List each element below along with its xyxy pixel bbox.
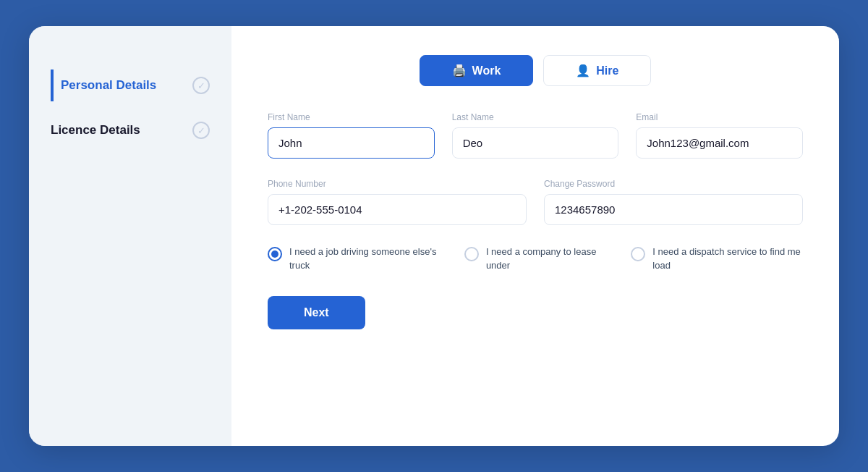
work-icon: 🖨️ (452, 64, 467, 77)
radio-option-2[interactable]: I need a company to lease under (464, 245, 608, 273)
main-content: 🖨️ Work 👤 Hire First Name Last Name Emai… (231, 26, 839, 446)
sidebar-item-personal-details[interactable]: Personal Details ✓ (51, 69, 210, 101)
email-group: Email (636, 112, 803, 159)
main-card: Personal Details ✓ Licence Details ✓ 🖨️ … (29, 26, 839, 446)
radio-options: I need a job driving someone else's truc… (268, 245, 803, 273)
first-name-label: First Name (268, 112, 435, 122)
email-input[interactable] (636, 127, 803, 159)
radio-circle-3 (631, 247, 645, 261)
tab-work-label: Work (472, 64, 501, 77)
sidebar-personal-label: Personal Details (61, 78, 156, 93)
sidebar-personal-check: ✓ (192, 77, 210, 94)
password-label: Change Password (544, 179, 803, 189)
first-name-group: First Name (268, 112, 435, 159)
radio-circle-2 (464, 247, 479, 261)
password-input[interactable] (544, 194, 803, 225)
form-row-2: Phone Number Change Password (268, 179, 803, 225)
sidebar-licence-check: ✓ (192, 122, 210, 139)
radio-option-1[interactable]: I need a job driving someone else's truc… (268, 245, 441, 273)
radio-label-1: I need a job driving someone else's truc… (289, 245, 441, 273)
radio-label-2: I need a company to lease under (486, 245, 608, 273)
hire-icon: 👤 (576, 64, 590, 77)
radio-circle-1 (268, 247, 282, 261)
last-name-input[interactable] (452, 127, 619, 159)
form-row-1: First Name Last Name Email (268, 112, 803, 159)
tab-hire[interactable]: 👤 Hire (543, 55, 651, 86)
tab-bar: 🖨️ Work 👤 Hire (420, 55, 652, 86)
phone-group: Phone Number (268, 179, 527, 225)
email-label: Email (636, 112, 803, 122)
last-name-group: Last Name (452, 112, 619, 159)
radio-option-3[interactable]: I need a dispatch service to find me loa… (631, 245, 803, 273)
phone-label: Phone Number (268, 179, 527, 189)
last-name-label: Last Name (452, 112, 619, 122)
tab-hire-label: Hire (596, 64, 618, 77)
sidebar-item-licence-details[interactable]: Licence Details ✓ (51, 114, 210, 146)
sidebar: Personal Details ✓ Licence Details ✓ (29, 26, 231, 446)
next-button[interactable]: Next (268, 296, 365, 329)
password-group: Change Password (544, 179, 803, 225)
tab-work[interactable]: 🖨️ Work (420, 55, 534, 86)
sidebar-licence-label: Licence Details (51, 123, 140, 138)
first-name-input[interactable] (268, 127, 435, 159)
radio-label-3: I need a dispatch service to find me loa… (652, 245, 803, 273)
phone-input[interactable] (268, 194, 527, 225)
